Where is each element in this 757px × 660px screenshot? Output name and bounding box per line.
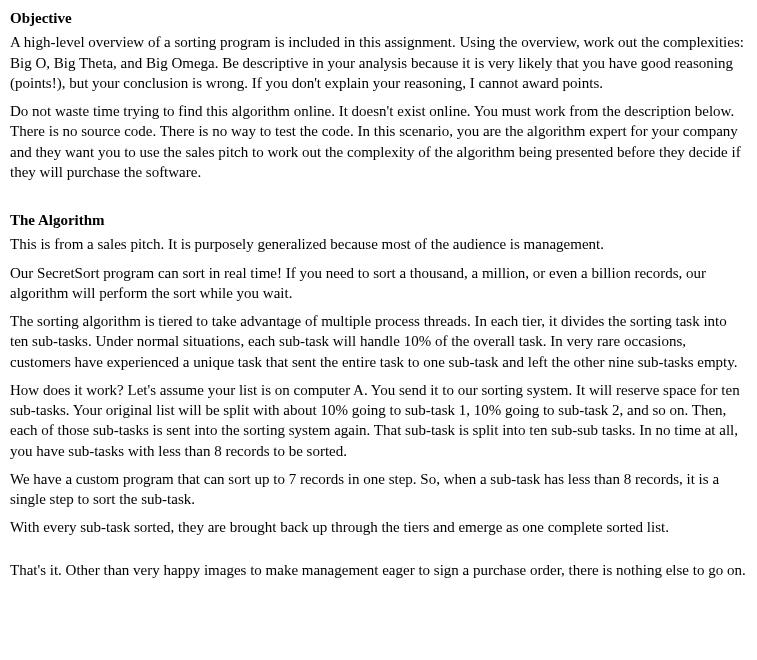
objective-heading: Objective (10, 8, 747, 28)
algorithm-paragraph-2: Our SecretSort program can sort in real … (10, 263, 747, 304)
closing-paragraph: That's it. Other than very happy images … (10, 560, 747, 580)
objective-paragraph-1: A high-level overview of a sorting progr… (10, 32, 747, 93)
objective-paragraph-2: Do not waste time trying to find this al… (10, 101, 747, 182)
algorithm-paragraph-3: The sorting algorithm is tiered to take … (10, 311, 747, 372)
algorithm-paragraph-4: How does it work? Let's assume your list… (10, 380, 747, 461)
algorithm-heading: The Algorithm (10, 210, 747, 230)
algorithm-paragraph-1: This is from a sales pitch. It is purpos… (10, 234, 747, 254)
algorithm-paragraph-5: We have a custom program that can sort u… (10, 469, 747, 510)
algorithm-paragraph-6: With every sub-task sorted, they are bro… (10, 517, 747, 537)
